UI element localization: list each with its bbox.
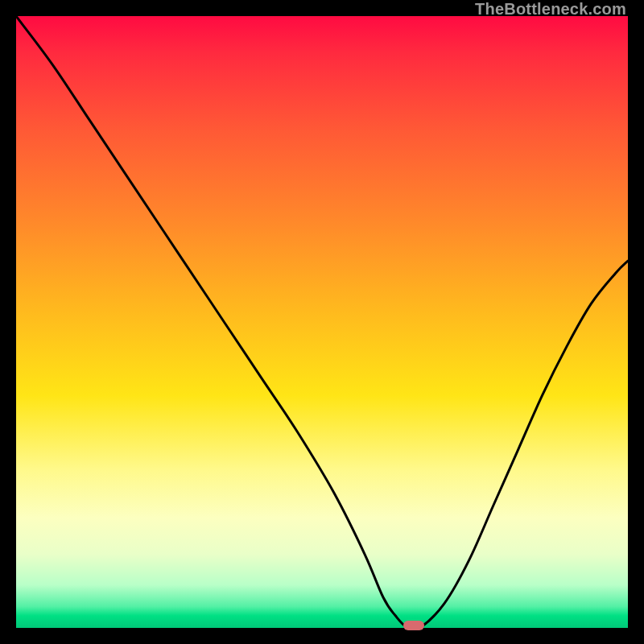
- optimum-marker: [403, 621, 424, 630]
- bottleneck-curve: [16, 16, 628, 628]
- chart-frame: TheBottleneck.com: [0, 0, 644, 644]
- plot-area: [16, 16, 628, 628]
